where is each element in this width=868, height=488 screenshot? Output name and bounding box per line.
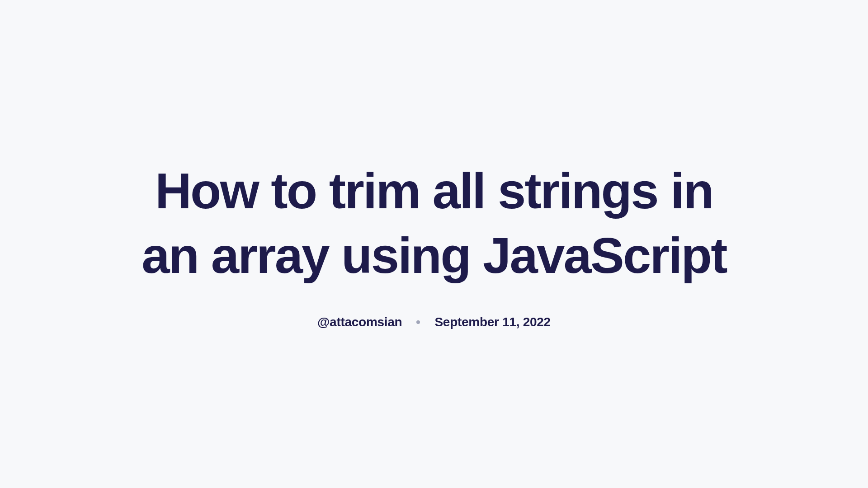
publish-date: September 11, 2022: [434, 315, 550, 329]
content-container: How to trim all strings in an array usin…: [118, 159, 750, 330]
article-meta: @attacomsian September 11, 2022: [136, 315, 732, 329]
separator-dot: [416, 320, 420, 324]
article-title: How to trim all strings in an array usin…: [136, 159, 732, 288]
author-handle: @attacomsian: [317, 315, 402, 329]
